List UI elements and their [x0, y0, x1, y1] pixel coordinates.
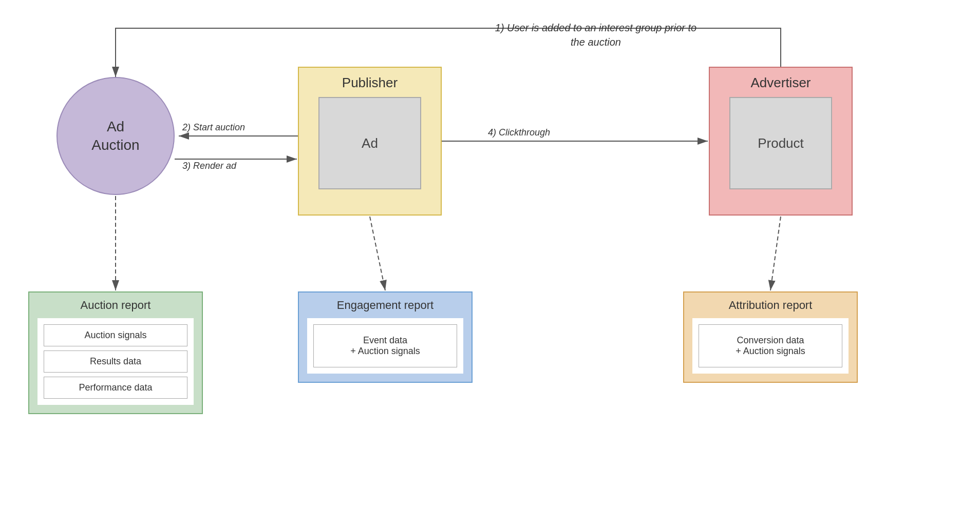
engagement-report-item-0: Event data + Auction signals — [313, 324, 457, 367]
advertiser-title: Advertiser — [750, 75, 811, 91]
auction-report-body: Auction signals Results data Performance… — [37, 318, 194, 405]
attribution-report-item-0: Conversion data + Auction signals — [699, 324, 842, 367]
auction-report-item-2: Performance data — [44, 377, 187, 399]
attribution-report-header: Attribution report — [684, 292, 857, 318]
publisher-node: Publisher Ad — [298, 67, 442, 216]
svg-line-7 — [770, 217, 781, 290]
ad-inner-box: Ad — [318, 97, 421, 189]
ad-label: Ad — [362, 135, 378, 151]
render-ad-label: 3) Render ad — [182, 161, 236, 171]
top-annotation: 1) User is added to an interest group pr… — [488, 21, 704, 49]
auction-report-header: Auction report — [29, 292, 202, 318]
ad-auction-label: Ad Auction — [91, 118, 139, 155]
start-auction-label: 2) Start auction — [182, 122, 245, 133]
auction-report-item-1: Results data — [44, 350, 187, 373]
ad-auction-node: Ad Auction — [56, 77, 175, 195]
diagram-container: 1) User is added to an interest group pr… — [0, 0, 980, 507]
attribution-report-body: Conversion data + Auction signals — [692, 318, 849, 374]
attribution-report-box: Attribution report Conversion data + Auc… — [683, 291, 858, 383]
svg-line-6 — [370, 217, 385, 290]
engagement-report-box: Engagement report Event data + Auction s… — [298, 291, 473, 383]
publisher-title: Publisher — [342, 75, 398, 91]
auction-report-item-0: Auction signals — [44, 324, 187, 346]
product-label: Product — [758, 135, 804, 151]
auction-report-box: Auction report Auction signals Results d… — [28, 291, 203, 414]
clickthrough-label: 4) Clickthrough — [488, 127, 550, 138]
product-inner-box: Product — [729, 97, 832, 189]
advertiser-node: Advertiser Product — [709, 67, 853, 216]
engagement-report-header: Engagement report — [299, 292, 472, 318]
engagement-report-body: Event data + Auction signals — [307, 318, 463, 374]
